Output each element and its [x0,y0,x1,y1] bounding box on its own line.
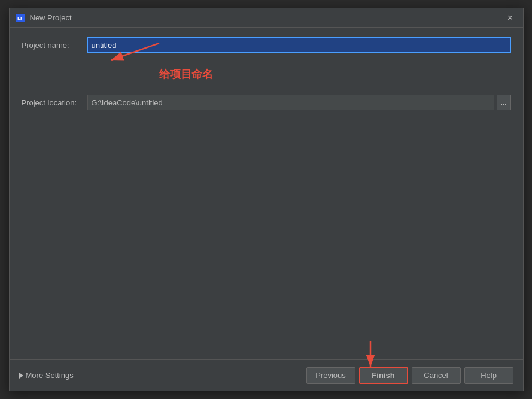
svg-line-4 [111,43,159,60]
dialog-title: New Project [30,13,504,22]
more-settings-icon [19,373,23,379]
annotation-area: 给项目命名 [87,59,511,92]
bottom-bar: More Settings Previous Finish Cancel Hel… [10,359,523,391]
project-location-input-wrapper: ... [87,95,511,110]
project-location-row: Project location: ... [22,95,511,110]
project-name-label: Project name: [22,41,87,50]
close-button[interactable]: × [504,11,517,25]
chinese-annotation: 给项目命名 [159,67,213,81]
arrow-annotation-svg [93,37,165,67]
more-settings-toggle[interactable]: More Settings [19,371,74,380]
cancel-button[interactable]: Cancel [412,367,461,384]
app-icon: IJ [16,13,25,23]
help-button[interactable]: Help [464,367,513,384]
more-settings-label: More Settings [26,371,74,380]
svg-text:IJ: IJ [17,16,22,22]
dialog-content: Project name: 给项目命名 Project location: [10,28,523,359]
browse-button[interactable]: ... [497,95,511,110]
new-project-dialog: IJ New Project × Project name: 给 [9,8,524,391]
project-location-label: Project location: [22,98,87,107]
finish-button[interactable]: Finish [359,367,408,384]
content-spacer [22,116,511,350]
project-location-input[interactable] [87,95,494,110]
title-bar: IJ New Project × [10,8,523,28]
